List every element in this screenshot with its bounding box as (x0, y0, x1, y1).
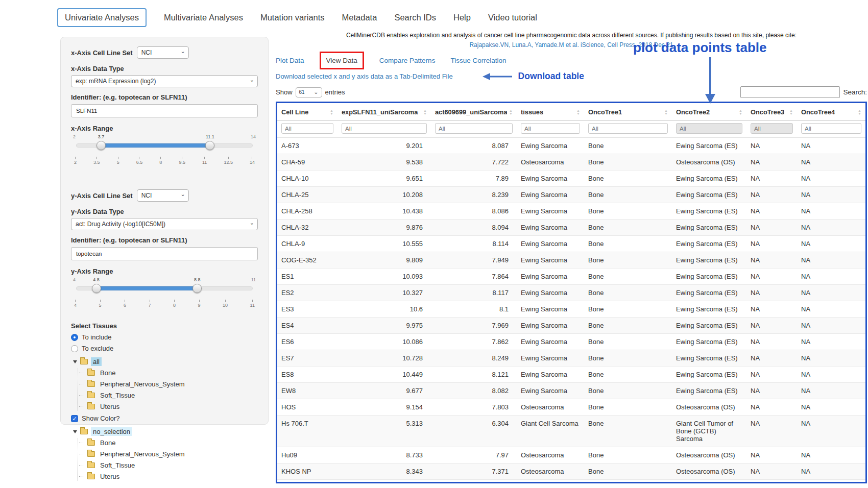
slider-handle-high[interactable] (205, 141, 214, 150)
tab-univariate-analyses[interactable]: Univariate Analyses (57, 8, 147, 27)
table-row[interactable]: ES6 10.086 7.862 Ewing Sarcoma Bone Ewin… (277, 334, 865, 350)
sort-icon[interactable] (574, 109, 580, 115)
oncotree4: NA (797, 367, 865, 383)
nav-item[interactable]: Mutation variants (260, 13, 325, 22)
tree-expander-icon[interactable] (73, 430, 77, 433)
tab-plot-data[interactable]: Plot Data (276, 57, 304, 64)
y-identifier-input[interactable] (71, 247, 258, 260)
table-row[interactable]: KHOS NP 8.343 7.371 Osteosarcoma Bone Os… (277, 463, 865, 480)
tree-expander-icon[interactable] (73, 360, 77, 363)
tab-tissue-correlation[interactable]: Tissue Correlation (450, 57, 506, 64)
column-filter-input[interactable] (588, 123, 668, 134)
table-row[interactable]: ES2 10.327 8.117 Ewing Sarcoma Bone Ewin… (277, 285, 865, 301)
column-header[interactable]: OncoTree1 (584, 103, 672, 121)
x-axis-type-select[interactable]: exp: mRNA Expression (log2) ⌄ (71, 75, 258, 87)
table-row[interactable]: Hu09 8.733 7.97 Osteosarcoma Bone Osteos… (277, 447, 865, 463)
tree-item[interactable]: Uterus (79, 402, 258, 411)
column-filter-input[interactable] (281, 123, 333, 134)
table-row[interactable]: CHLA-258 10.438 8.086 Ewing Sarcoma Bone… (277, 203, 865, 219)
tree-item[interactable]: Soft_Tissue (79, 461, 258, 470)
tree-item[interactable]: Bone (79, 369, 258, 377)
table-row[interactable]: CHLA-9 10.555 8.114 Ewing Sarcoma Bone E… (277, 236, 865, 252)
download-tsv-link[interactable]: Download selected x and y axis data as a… (276, 72, 453, 80)
tree-item[interactable]: Soft_Tissue (79, 391, 258, 400)
column-filter-input[interactable] (676, 123, 742, 134)
slider-handle-high[interactable] (192, 284, 202, 293)
sort-icon[interactable] (856, 109, 861, 115)
cell-line: ES4 (277, 318, 337, 334)
tree-item[interactable]: Uterus (79, 472, 258, 481)
column-header[interactable]: OncoTree4 (797, 103, 865, 121)
column-header[interactable]: OncoTree3 (746, 103, 797, 121)
slider-handle-low[interactable] (92, 284, 101, 293)
table-row[interactable]: ES3 10.6 8.1 Ewing Sarcoma Bone Ewing Sa… (277, 301, 865, 318)
search-input[interactable] (740, 86, 840, 98)
nav-item[interactable]: Video tutorial (488, 13, 537, 22)
oncotree3: NA (746, 219, 797, 236)
column-filter-input[interactable] (342, 123, 427, 134)
table-row[interactable]: HOS 9.154 7.803 Osteosarcoma Bone Osteos… (277, 399, 865, 416)
tab-compare-patterns[interactable]: Compare Patterns (379, 57, 436, 64)
citation-reference-link[interactable]: Rajapakse.VN, Luna.A, Yamade.M et al. iS… (276, 40, 867, 50)
oncotree2: Ewing Sarcoma (ES) (672, 170, 746, 187)
y-range-slider[interactable]: 4 11 4.8 8.8 (76, 277, 253, 300)
radio-icon[interactable] (71, 345, 78, 352)
sort-icon[interactable] (328, 109, 333, 115)
exp-value: 5.313 (337, 416, 431, 447)
column-filter-input[interactable] (521, 123, 580, 134)
column-filter-input[interactable] (751, 123, 793, 134)
table-row[interactable]: CHLA-32 9.876 8.094 Ewing Sarcoma Bone E… (277, 219, 865, 236)
column-header[interactable]: expSLFN11_uniSarcoma (337, 103, 431, 121)
table-row[interactable]: ES8 10.449 8.121 Ewing Sarcoma Bone Ewin… (277, 367, 865, 383)
x-identifier-input[interactable] (71, 104, 258, 117)
tree-item[interactable]: Peripheral_Nervous_System (79, 380, 258, 388)
column-filter-input[interactable] (435, 123, 513, 134)
sort-icon[interactable] (662, 109, 668, 115)
tab-view-data[interactable]: View Data (320, 52, 364, 69)
tree-item[interactable]: Peripheral_Nervous_System (79, 450, 258, 458)
radio-to-exclude[interactable]: To exclude (71, 345, 258, 352)
nav-item[interactable]: Metadata (342, 13, 377, 22)
column-header[interactable]: OncoTree2 (672, 103, 746, 121)
radio-icon[interactable] (71, 334, 78, 341)
table-row[interactable]: A-673 9.201 8.087 Ewing Sarcoma Bone Ewi… (277, 138, 865, 154)
table-row[interactable]: EW8 9.677 8.082 Ewing Sarcoma Bone Ewing… (277, 383, 865, 399)
sort-icon[interactable] (507, 109, 513, 115)
y-axis-type-select[interactable]: act: Drug Activity (-log10[IC50M]) ⌄ (71, 218, 258, 230)
table-row[interactable]: ES7 10.728 8.249 Ewing Sarcoma Bone Ewin… (277, 350, 865, 367)
table-row[interactable]: ES4 9.975 7.969 Ewing Sarcoma Bone Ewing… (277, 318, 865, 334)
y-axis-set-select[interactable]: NCI ⌄ (137, 189, 189, 202)
slider-handle-low[interactable] (97, 141, 106, 150)
top-nav: Univariate Analyses Multivariate Analyse… (57, 8, 537, 27)
x-axis-set-select[interactable]: NCI ⌄ (137, 46, 189, 59)
column-header[interactable]: Cell Line (277, 103, 337, 121)
x-range-label: x-Axis Range (71, 125, 258, 132)
nav-item[interactable]: Search IDs (394, 13, 436, 22)
table-row[interactable]: CHA-59 9.538 7.722 Osteosarcoma Bone Ost… (277, 154, 865, 170)
show-color-checkbox-row[interactable]: ✓ Show Color? (71, 414, 258, 422)
table-row[interactable]: COG-E-352 9.809 7.949 Ewing Sarcoma Bone… (277, 252, 865, 269)
x-axis-set-label: x-Axis Cell Line Set (71, 49, 133, 57)
column-header[interactable]: tissues (517, 103, 584, 121)
oncotree3: NA (746, 334, 797, 350)
tree-root-all[interactable]: all (73, 357, 258, 366)
oncotree4: NA (797, 399, 865, 416)
radio-to-include[interactable]: To include (71, 333, 258, 341)
tree-root-no-selection[interactable]: no_selection (73, 427, 258, 436)
table-row[interactable]: Hs 706.T 5.313 6.304 Giant Cell Sarcoma … (277, 416, 865, 447)
x-range-slider[interactable]: 2 14 3.7 11.1 (76, 134, 253, 157)
nav-item[interactable]: Multivariate Analyses (164, 13, 243, 22)
table-row[interactable]: CHLA-10 9.651 7.89 Ewing Sarcoma Bone Ew… (277, 170, 865, 187)
cell-line: EW8 (277, 383, 337, 399)
column-header[interactable]: act609699_uniSarcoma (431, 103, 517, 121)
column-filter-input[interactable] (801, 123, 861, 134)
table-row[interactable]: CHLA-25 10.208 8.239 Ewing Sarcoma Bone … (277, 187, 865, 203)
table-row[interactable]: ES1 10.093 7.864 Ewing Sarcoma Bone Ewin… (277, 269, 865, 285)
sort-icon[interactable] (737, 109, 742, 115)
nav-item[interactable]: Help (453, 13, 471, 22)
sort-icon[interactable] (421, 109, 427, 115)
checkbox-checked-icon[interactable]: ✓ (71, 415, 78, 422)
sort-icon[interactable] (787, 109, 793, 115)
page-length-select[interactable]: 61 ⌄ (296, 87, 322, 97)
tree-item[interactable]: Bone (79, 438, 258, 447)
